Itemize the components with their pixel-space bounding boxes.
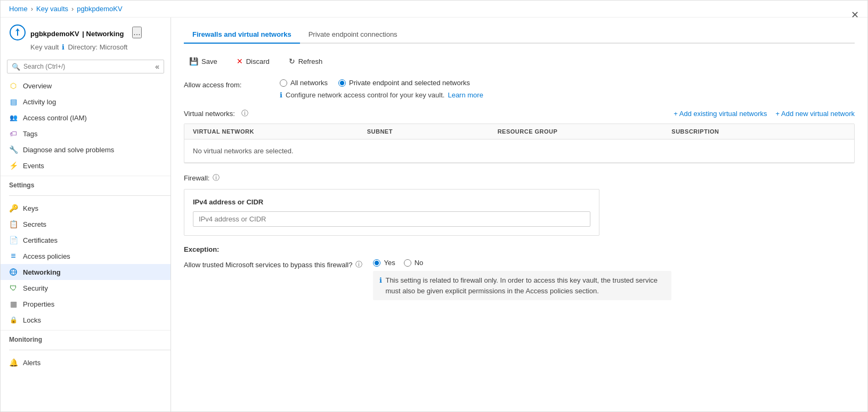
sidebar-label-tags: Tags xyxy=(23,130,37,138)
radio-all-networks-input[interactable] xyxy=(280,79,287,87)
access-control-icon: 👥 xyxy=(9,113,18,122)
exception-section: Exception: Allow trusted Microsoft servi… xyxy=(184,245,855,300)
add-existing-vnet-button[interactable]: + Add existing virtual networks xyxy=(674,110,767,118)
sidebar-item-security[interactable]: 🛡 Security xyxy=(1,280,171,296)
radio-private-endpoint-input[interactable] xyxy=(338,79,346,87)
sidebar-label-access-policies: Access policies xyxy=(23,252,70,260)
sidebar-item-events[interactable]: ⚡ Events xyxy=(1,158,171,174)
settings-divider xyxy=(9,195,171,196)
sidebar-item-access-control[interactable]: 👥 Access control (IAM) xyxy=(1,110,171,126)
access-policies-icon: ≡ xyxy=(9,252,18,260)
firewall-label: Firewall: xyxy=(184,174,209,182)
bypass-yes-option[interactable]: Yes xyxy=(373,259,395,267)
search-input[interactable] xyxy=(23,63,152,70)
sidebar-item-properties[interactable]: ▦ Properties xyxy=(1,296,171,312)
breadcrumb-resource[interactable]: pgbkpdemoKV xyxy=(77,5,122,13)
bypass-info-text: This setting is related to firewall only… xyxy=(385,275,665,296)
resource-icon xyxy=(9,24,26,41)
sidebar-item-networking[interactable]: Networking xyxy=(1,264,171,280)
refresh-icon: ↻ xyxy=(289,57,295,65)
firewall-help-icon[interactable]: ⓘ xyxy=(213,173,220,183)
sidebar-item-certificates[interactable]: 📄 Certificates xyxy=(1,232,171,248)
save-button[interactable]: 💾 Save xyxy=(184,54,223,68)
overview-icon: ⬡ xyxy=(9,81,18,90)
allow-access-row: Allow access from: All networks Private … xyxy=(184,79,855,99)
tags-icon: 🏷 xyxy=(9,129,18,138)
tabs-container: Firewalls and virtual networks Private e… xyxy=(184,26,855,44)
add-new-vnet-button[interactable]: + Add new virtual network xyxy=(776,110,855,118)
allow-access-radio-group: All networks Private endpoint and select… xyxy=(280,79,483,87)
tab-firewalls[interactable]: Firewalls and virtual networks xyxy=(184,26,300,44)
sidebar-label-security: Security xyxy=(23,284,48,292)
monitoring-divider xyxy=(9,350,171,350)
info-icon[interactable]: ℹ xyxy=(62,43,64,51)
bypass-yes-input[interactable] xyxy=(373,259,380,267)
security-icon: 🛡 xyxy=(9,284,18,292)
vnet-actions: + Add existing virtual networks + Add ne… xyxy=(674,110,855,118)
allow-access-info: ℹ Configure network access control for y… xyxy=(280,91,483,99)
sidebar-scroll: ⬡ Overview ▤ Activity log 👥 Access contr… xyxy=(1,78,171,411)
discard-label: Discard xyxy=(246,57,270,65)
sidebar-item-secrets[interactable]: 📋 Secrets xyxy=(1,216,171,232)
bypass-radios: Yes No xyxy=(373,259,855,267)
sidebar-label-alerts: Alerts xyxy=(23,359,40,367)
firewall-box: IPv4 address or CIDR xyxy=(184,189,599,236)
sidebar-item-locks[interactable]: 🔒 Locks xyxy=(1,312,171,328)
vnet-label: Virtual networks: xyxy=(184,110,235,118)
discard-button[interactable]: ✕ Discard xyxy=(231,54,275,68)
breadcrumb-home[interactable]: Home xyxy=(9,5,28,13)
sidebar-item-alerts[interactable]: 🔔 Alerts xyxy=(1,355,171,370)
sidebar-label-secrets: Secrets xyxy=(23,220,46,228)
settings-section-header: Settings xyxy=(1,176,171,191)
allow-access-options: All networks Private endpoint and select… xyxy=(280,79,483,99)
radio-all-networks[interactable]: All networks xyxy=(280,79,328,87)
sidebar-label-events: Events xyxy=(23,162,44,170)
sidebar-header: pgbkpdemoKV | Networking ... Key vault ℹ… xyxy=(1,18,171,55)
secrets-icon: 📋 xyxy=(9,220,18,228)
sidebar-item-access-policies[interactable]: ≡ Access policies xyxy=(1,248,171,264)
breadcrumb-keyvaults[interactable]: Key vaults xyxy=(36,5,68,13)
bypass-no-input[interactable] xyxy=(404,259,411,267)
cidr-input[interactable] xyxy=(193,211,590,227)
discard-icon: ✕ xyxy=(237,57,243,65)
vnet-help-icon[interactable]: ⓘ xyxy=(241,109,248,118)
refresh-label: Refresh xyxy=(298,57,323,65)
bypass-info-icon: ℹ xyxy=(379,275,382,286)
activity-log-icon: ▤ xyxy=(9,97,18,106)
radio-private-endpoint[interactable]: Private endpoint and selected networks xyxy=(338,79,470,87)
bypass-yes-label: Yes xyxy=(384,259,395,267)
bypass-help-icon[interactable]: ⓘ xyxy=(355,260,362,269)
radio-private-endpoint-label: Private endpoint and selected networks xyxy=(349,79,470,87)
collapse-sidebar-button[interactable]: « xyxy=(155,62,159,71)
tab-private-endpoints[interactable]: Private endpoint connections xyxy=(300,26,406,44)
bypass-no-option[interactable]: No xyxy=(404,259,424,267)
resource-subtitle: Key vault ℹ Directory: Microsoft xyxy=(30,43,162,51)
locks-icon: 🔒 xyxy=(9,316,18,324)
search-box: 🔍 « xyxy=(7,60,164,73)
sidebar: pgbkpdemoKV | Networking ... Key vault ℹ… xyxy=(1,18,171,411)
sidebar-item-diagnose[interactable]: 🔧 Diagnose and solve problems xyxy=(1,142,171,158)
close-button[interactable]: ✕ xyxy=(851,9,859,21)
bypass-content: Yes No ℹ This setting is related to fire… xyxy=(373,259,855,300)
sidebar-item-tags[interactable]: 🏷 Tags xyxy=(1,126,171,142)
ellipsis-button[interactable]: ... xyxy=(132,27,141,38)
firewall-label-row: Firewall: ⓘ xyxy=(184,173,855,183)
bypass-row: Allow trusted Microsoft services to bypa… xyxy=(184,259,855,300)
save-icon: 💾 xyxy=(189,57,198,65)
col-subnet: SUBNET xyxy=(367,128,498,135)
sidebar-item-keys[interactable]: 🔑 Keys xyxy=(1,200,171,216)
save-label: Save xyxy=(201,57,217,65)
col-resource-group: RESOURCE GROUP xyxy=(498,128,672,135)
search-icon: 🔍 xyxy=(12,63,20,71)
sidebar-item-overview[interactable]: ⬡ Overview xyxy=(1,78,171,94)
sidebar-label-overview: Overview xyxy=(23,82,52,90)
bypass-no-label: No xyxy=(415,259,424,267)
sidebar-label-access-control: Access control (IAM) xyxy=(23,114,87,122)
keys-icon: 🔑 xyxy=(9,204,18,212)
learn-more-link[interactable]: Learn more xyxy=(448,91,483,99)
sidebar-item-activity-log[interactable]: ▤ Activity log xyxy=(1,94,171,110)
sidebar-label-locks: Locks xyxy=(23,316,41,324)
refresh-button[interactable]: ↻ Refresh xyxy=(283,54,328,68)
info-blue-icon: ℹ xyxy=(280,91,282,99)
vnet-table-header: VIRTUAL NETWORK SUBNET RESOURCE GROUP SU… xyxy=(184,124,854,139)
